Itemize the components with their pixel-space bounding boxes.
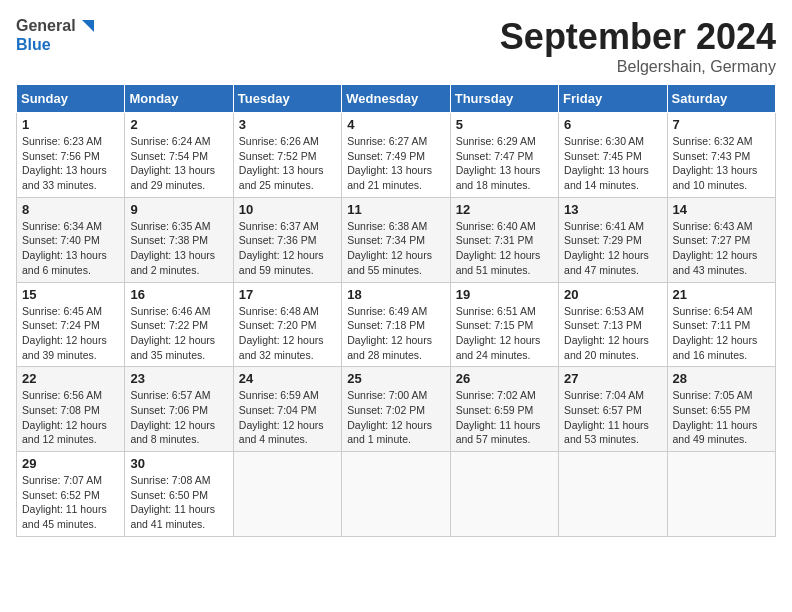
calendar-cell: 26Sunrise: 7:02 AMSunset: 6:59 PMDayligh… — [450, 367, 558, 452]
day-info: Sunrise: 6:37 AMSunset: 7:36 PMDaylight:… — [239, 219, 336, 278]
calendar-cell — [559, 452, 667, 537]
day-number: 27 — [564, 371, 661, 386]
day-info: Sunrise: 6:27 AMSunset: 7:49 PMDaylight:… — [347, 134, 444, 193]
calendar-cell: 14Sunrise: 6:43 AMSunset: 7:27 PMDayligh… — [667, 197, 775, 282]
calendar-cell: 12Sunrise: 6:40 AMSunset: 7:31 PMDayligh… — [450, 197, 558, 282]
calendar-cell: 29Sunrise: 7:07 AMSunset: 6:52 PMDayligh… — [17, 452, 125, 537]
day-number: 21 — [673, 287, 770, 302]
col-header-monday: Monday — [125, 85, 233, 113]
calendar-cell: 7Sunrise: 6:32 AMSunset: 7:43 PMDaylight… — [667, 113, 775, 198]
calendar-week-row: 29Sunrise: 7:07 AMSunset: 6:52 PMDayligh… — [17, 452, 776, 537]
calendar-cell: 9Sunrise: 6:35 AMSunset: 7:38 PMDaylight… — [125, 197, 233, 282]
day-number: 17 — [239, 287, 336, 302]
day-number: 18 — [347, 287, 444, 302]
location-title: Belgershain, Germany — [500, 58, 776, 76]
day-info: Sunrise: 6:54 AMSunset: 7:11 PMDaylight:… — [673, 304, 770, 363]
day-number: 16 — [130, 287, 227, 302]
calendar-cell: 28Sunrise: 7:05 AMSunset: 6:55 PMDayligh… — [667, 367, 775, 452]
day-number: 19 — [456, 287, 553, 302]
day-number: 14 — [673, 202, 770, 217]
calendar-cell: 21Sunrise: 6:54 AMSunset: 7:11 PMDayligh… — [667, 282, 775, 367]
day-info: Sunrise: 7:04 AMSunset: 6:57 PMDaylight:… — [564, 388, 661, 447]
calendar-cell: 8Sunrise: 6:34 AMSunset: 7:40 PMDaylight… — [17, 197, 125, 282]
day-number: 8 — [22, 202, 119, 217]
day-number: 9 — [130, 202, 227, 217]
day-info: Sunrise: 6:35 AMSunset: 7:38 PMDaylight:… — [130, 219, 227, 278]
col-header-thursday: Thursday — [450, 85, 558, 113]
day-number: 30 — [130, 456, 227, 471]
day-info: Sunrise: 6:45 AMSunset: 7:24 PMDaylight:… — [22, 304, 119, 363]
calendar-cell: 2Sunrise: 6:24 AMSunset: 7:54 PMDaylight… — [125, 113, 233, 198]
day-number: 1 — [22, 117, 119, 132]
day-number: 10 — [239, 202, 336, 217]
day-info: Sunrise: 6:40 AMSunset: 7:31 PMDaylight:… — [456, 219, 553, 278]
day-number: 13 — [564, 202, 661, 217]
calendar-week-row: 22Sunrise: 6:56 AMSunset: 7:08 PMDayligh… — [17, 367, 776, 452]
col-header-tuesday: Tuesday — [233, 85, 341, 113]
calendar-cell — [667, 452, 775, 537]
col-header-saturday: Saturday — [667, 85, 775, 113]
day-info: Sunrise: 7:08 AMSunset: 6:50 PMDaylight:… — [130, 473, 227, 532]
logo-text-general: General — [16, 17, 76, 35]
col-header-wednesday: Wednesday — [342, 85, 450, 113]
calendar-cell: 5Sunrise: 6:29 AMSunset: 7:47 PMDaylight… — [450, 113, 558, 198]
header: General Blue September 2024 Belgershain,… — [16, 16, 776, 76]
day-number: 4 — [347, 117, 444, 132]
logo-arrow-icon — [78, 16, 98, 36]
day-info: Sunrise: 6:38 AMSunset: 7:34 PMDaylight:… — [347, 219, 444, 278]
calendar-cell: 15Sunrise: 6:45 AMSunset: 7:24 PMDayligh… — [17, 282, 125, 367]
day-number: 12 — [456, 202, 553, 217]
month-title: September 2024 — [500, 16, 776, 58]
calendar-cell: 20Sunrise: 6:53 AMSunset: 7:13 PMDayligh… — [559, 282, 667, 367]
day-number: 24 — [239, 371, 336, 386]
day-info: Sunrise: 6:53 AMSunset: 7:13 PMDaylight:… — [564, 304, 661, 363]
calendar-cell: 18Sunrise: 6:49 AMSunset: 7:18 PMDayligh… — [342, 282, 450, 367]
calendar-week-row: 8Sunrise: 6:34 AMSunset: 7:40 PMDaylight… — [17, 197, 776, 282]
day-info: Sunrise: 6:43 AMSunset: 7:27 PMDaylight:… — [673, 219, 770, 278]
calendar-cell: 27Sunrise: 7:04 AMSunset: 6:57 PMDayligh… — [559, 367, 667, 452]
general-blue-logo: General Blue — [16, 16, 98, 54]
calendar-cell: 3Sunrise: 6:26 AMSunset: 7:52 PMDaylight… — [233, 113, 341, 198]
calendar-cell: 6Sunrise: 6:30 AMSunset: 7:45 PMDaylight… — [559, 113, 667, 198]
day-number: 7 — [673, 117, 770, 132]
day-number: 25 — [347, 371, 444, 386]
day-info: Sunrise: 6:26 AMSunset: 7:52 PMDaylight:… — [239, 134, 336, 193]
day-number: 28 — [673, 371, 770, 386]
calendar-cell: 1Sunrise: 6:23 AMSunset: 7:56 PMDaylight… — [17, 113, 125, 198]
day-number: 20 — [564, 287, 661, 302]
calendar-cell: 23Sunrise: 6:57 AMSunset: 7:06 PMDayligh… — [125, 367, 233, 452]
logo: General Blue — [16, 16, 98, 54]
col-header-friday: Friday — [559, 85, 667, 113]
calendar-cell: 30Sunrise: 7:08 AMSunset: 6:50 PMDayligh… — [125, 452, 233, 537]
calendar-cell: 10Sunrise: 6:37 AMSunset: 7:36 PMDayligh… — [233, 197, 341, 282]
day-number: 15 — [22, 287, 119, 302]
day-number: 3 — [239, 117, 336, 132]
day-number: 6 — [564, 117, 661, 132]
calendar-week-row: 15Sunrise: 6:45 AMSunset: 7:24 PMDayligh… — [17, 282, 776, 367]
day-info: Sunrise: 6:56 AMSunset: 7:08 PMDaylight:… — [22, 388, 119, 447]
day-info: Sunrise: 6:51 AMSunset: 7:15 PMDaylight:… — [456, 304, 553, 363]
day-info: Sunrise: 6:23 AMSunset: 7:56 PMDaylight:… — [22, 134, 119, 193]
calendar-week-row: 1Sunrise: 6:23 AMSunset: 7:56 PMDaylight… — [17, 113, 776, 198]
day-number: 5 — [456, 117, 553, 132]
calendar-cell: 13Sunrise: 6:41 AMSunset: 7:29 PMDayligh… — [559, 197, 667, 282]
day-number: 29 — [22, 456, 119, 471]
day-info: Sunrise: 6:29 AMSunset: 7:47 PMDaylight:… — [456, 134, 553, 193]
calendar-cell: 11Sunrise: 6:38 AMSunset: 7:34 PMDayligh… — [342, 197, 450, 282]
day-info: Sunrise: 7:05 AMSunset: 6:55 PMDaylight:… — [673, 388, 770, 447]
day-info: Sunrise: 6:24 AMSunset: 7:54 PMDaylight:… — [130, 134, 227, 193]
day-info: Sunrise: 6:57 AMSunset: 7:06 PMDaylight:… — [130, 388, 227, 447]
day-info: Sunrise: 7:00 AMSunset: 7:02 PMDaylight:… — [347, 388, 444, 447]
day-number: 22 — [22, 371, 119, 386]
calendar-cell: 19Sunrise: 6:51 AMSunset: 7:15 PMDayligh… — [450, 282, 558, 367]
day-info: Sunrise: 6:49 AMSunset: 7:18 PMDaylight:… — [347, 304, 444, 363]
calendar-cell — [450, 452, 558, 537]
col-header-sunday: Sunday — [17, 85, 125, 113]
calendar-cell: 16Sunrise: 6:46 AMSunset: 7:22 PMDayligh… — [125, 282, 233, 367]
day-number: 11 — [347, 202, 444, 217]
calendar-cell: 4Sunrise: 6:27 AMSunset: 7:49 PMDaylight… — [342, 113, 450, 198]
calendar-cell — [233, 452, 341, 537]
day-info: Sunrise: 6:59 AMSunset: 7:04 PMDaylight:… — [239, 388, 336, 447]
logo-text-blue: Blue — [16, 36, 98, 54]
calendar-cell: 22Sunrise: 6:56 AMSunset: 7:08 PMDayligh… — [17, 367, 125, 452]
